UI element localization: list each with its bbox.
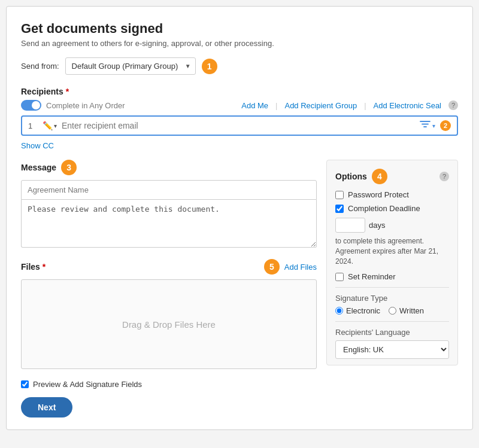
set-reminder-label: Set Reminder: [348, 272, 395, 281]
main-content: Message 3 Please review and complete thi…: [21, 160, 458, 369]
next-button[interactable]: Next: [21, 397, 72, 417]
send-from-label: Send from:: [21, 62, 59, 71]
files-section: Files * 5 Add Files Drag & Drop Files He…: [21, 259, 317, 369]
files-label: Files *: [21, 262, 46, 272]
electronic-option: Electronic: [335, 306, 380, 315]
set-reminder-row: Set Reminder: [335, 272, 449, 281]
password-protect-row: Password Protect: [335, 190, 449, 199]
message-header: Message 3: [21, 160, 317, 175]
completion-deadline-row: Completion Deadline: [335, 204, 449, 213]
show-cc-link[interactable]: Show CC: [21, 141, 54, 150]
electronic-label: Electronic: [346, 306, 380, 315]
files-header: Files * 5 Add Files: [21, 259, 317, 275]
options-title: Options: [335, 172, 367, 181]
page-title: Get documents signed: [21, 21, 458, 36]
message-section: Message 3 Please review and complete thi…: [21, 160, 317, 249]
complete-order-toggle[interactable]: [21, 100, 41, 111]
completion-deadline-label: Completion Deadline: [348, 204, 420, 213]
preview-row: Preview & Add Signature Fields: [21, 380, 458, 389]
divider-1: [335, 287, 449, 288]
agreement-name-input[interactable]: [21, 180, 317, 200]
pen-chevron-icon: ▾: [54, 123, 57, 129]
written-option: Written: [389, 306, 424, 315]
divider-2: [335, 321, 449, 322]
recipients-label: Recipients *: [21, 87, 69, 96]
recipient-badge: 2: [440, 120, 451, 131]
send-from-row: Send from: Default Group (Primary Group)…: [21, 57, 458, 75]
written-label: Written: [399, 306, 424, 315]
days-label: days: [369, 221, 385, 230]
days-input[interactable]: 3: [335, 218, 365, 233]
preview-label: Preview & Add Signature Fields: [33, 380, 142, 389]
options-box: Options 4 ? Password Protect Completion …: [326, 160, 458, 365]
files-badge: 5: [264, 259, 280, 275]
password-protect-checkbox[interactable]: [335, 191, 344, 199]
deadline-note: to complete this agreement. Agreement ex…: [335, 236, 449, 266]
set-reminder-checkbox[interactable]: [335, 273, 344, 281]
recipients-actions: Add Me | Add Recipient Group | Add Elect…: [241, 100, 458, 110]
recipients-section: Recipients * Complete in Any Order Add M…: [21, 87, 458, 160]
recipients-left: Recipients *: [21, 87, 69, 96]
electronic-radio[interactable]: [335, 307, 343, 315]
page-subtitle: Send an agreement to others for e-signin…: [21, 39, 458, 48]
add-files-button[interactable]: Add Files: [284, 263, 317, 272]
recipient-row: 1 ✏️▾ ▾ 2: [21, 115, 458, 136]
signature-type-row: Electronic Written: [335, 306, 449, 315]
add-recipient-group-button[interactable]: Add Recipient Group: [284, 101, 357, 110]
main-card: Get documents signed Send an agreement t…: [6, 6, 473, 430]
signature-type-label: Signature Type: [335, 294, 449, 303]
send-from-select[interactable]: Default Group (Primary Group): [65, 57, 196, 75]
recipients-header: Recipients *: [21, 87, 458, 96]
language-select[interactable]: English: UK: [335, 340, 449, 359]
recipient-email-input[interactable]: [62, 121, 415, 130]
message-badge: 3: [61, 160, 77, 175]
options-badge: 4: [372, 169, 387, 184]
message-textarea[interactable]: Please review and complete this document…: [21, 200, 317, 248]
password-protect-label: Password Protect: [348, 190, 409, 199]
written-radio[interactable]: [389, 307, 396, 315]
recipients-language-label: Recipients' Language: [335, 328, 449, 337]
recipients-help-icon[interactable]: ?: [448, 100, 458, 110]
complete-any-order-label: Complete in Any Order: [46, 101, 125, 110]
options-help-icon[interactable]: ?: [439, 172, 449, 181]
deadline-row: 3 days: [335, 218, 449, 233]
filter-icon[interactable]: ▾: [420, 121, 435, 130]
add-me-button[interactable]: Add Me: [241, 101, 268, 110]
toggle-wrapper: Complete in Any Order: [21, 100, 125, 111]
add-electronic-seal-button[interactable]: Add Electronic Seal: [374, 101, 441, 110]
filter-chevron-icon: ▾: [432, 123, 435, 129]
send-from-select-wrapper: Default Group (Primary Group): [65, 57, 196, 75]
preview-checkbox[interactable]: [21, 380, 29, 388]
recipient-number: 1: [28, 121, 38, 130]
files-drop-area[interactable]: Drag & Drop Files Here: [21, 279, 317, 369]
options-header: Options 4 ?: [335, 169, 449, 184]
send-from-badge: 1: [202, 59, 217, 74]
left-column: Message 3 Please review and complete thi…: [21, 160, 317, 369]
options-panel: Options 4 ? Password Protect Completion …: [326, 160, 458, 369]
drop-text: Drag & Drop Files Here: [122, 319, 216, 330]
pen-icon[interactable]: ✏️▾: [43, 121, 57, 130]
message-label: Message: [21, 163, 56, 172]
completion-deadline-checkbox[interactable]: [335, 205, 344, 213]
